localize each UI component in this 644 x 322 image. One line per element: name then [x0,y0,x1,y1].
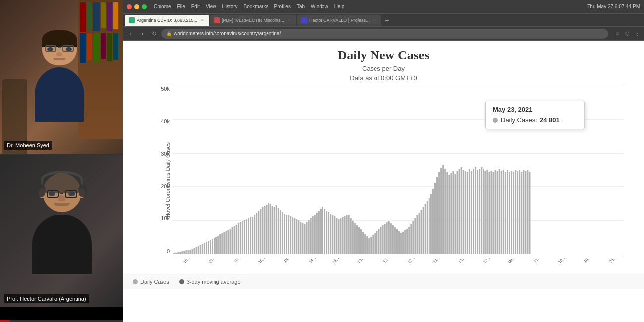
svg-rect-120 [402,232,404,254]
svg-rect-122 [406,229,408,254]
svg-rect-157 [477,170,478,254]
svg-rect-170 [503,170,504,254]
svg-rect-137 [436,177,438,254]
refresh-button[interactable]: ↻ [150,29,159,38]
star-icon[interactable]: ☆ [613,30,621,38]
legend-moving-avg: 3-day moving average [179,279,241,285]
x-axis-label: Jan 10, 2021 [477,258,496,263]
legend-dot-1 [133,279,138,284]
legend-label-1: Daily Cases [140,279,169,285]
svg-rect-156 [475,167,476,254]
svg-rect-147 [457,171,458,254]
svg-rect-121 [404,230,406,254]
profiles-menu-item[interactable]: Profiles [274,4,291,9]
tab-favicon-3 [301,17,307,23]
x-axis-label: Apr 15, 2020 [252,258,271,263]
chart-subtitle-1: Cases per Day [123,65,644,72]
traffic-lights [127,4,147,9]
close-window-button[interactable] [127,4,132,9]
svg-rect-56 [274,207,275,254]
svg-rect-15 [192,249,193,254]
svg-rect-161 [484,171,486,254]
forward-button[interactable]: › [138,29,147,38]
new-tab-button[interactable]: + [382,15,392,25]
window-menu-item[interactable]: Window [311,4,328,9]
svg-rect-98 [358,227,360,254]
svg-rect-153 [469,169,470,254]
svg-rect-85 [332,215,333,254]
svg-rect-104 [370,237,372,254]
svg-rect-88 [338,219,339,254]
browser-menu: Chrome File Edit View History Bookmarks … [154,4,344,9]
x-axis-label: May 25, 2021 [603,258,623,263]
svg-rect-173 [509,172,510,254]
bookmarks-menu-item[interactable]: Bookmarks [244,4,268,9]
svg-rect-133 [429,198,430,254]
maximize-window-button[interactable] [142,4,147,9]
svg-rect-13 [187,250,189,254]
clock-text: Thu May 27 6:07:44 PM [587,4,640,9]
tab-menu-item[interactable]: Tab [297,4,305,9]
svg-rect-143 [448,175,450,254]
svg-rect-86 [334,216,335,254]
svg-rect-115 [392,225,394,254]
y-tick-50k: 50k [161,86,170,92]
x-axis-label: May 15, 2020 [277,258,297,263]
svg-rect-131 [425,204,426,254]
svg-rect-65 [292,217,293,254]
x-axis-label: Feb 15, 2020 [177,258,197,263]
svg-rect-91 [344,216,346,254]
svg-rect-49 [260,209,261,254]
svg-rect-164 [490,171,492,254]
x-axis-label: Apr 10, 2021 [552,258,571,263]
tab-bar: Argentina COVID: 3,663,215... × [PDF] IV… [123,14,644,27]
tab-close-3[interactable]: × [372,17,377,23]
svg-rect-150 [463,170,464,254]
svg-rect-71 [304,224,305,254]
tab-hector[interactable]: Hector CARVALLO | Profess... × [297,15,381,26]
svg-rect-176 [515,170,516,254]
svg-rect-159 [481,167,482,254]
extension-icon[interactable]: ⬡ [623,30,631,38]
chrome-menu-item[interactable]: Chrome [154,4,171,9]
minimize-window-button[interactable] [134,4,139,9]
tab-close-2[interactable]: × [286,17,292,23]
svg-rect-183 [529,172,530,254]
svg-rect-16 [194,248,195,254]
svg-rect-124 [410,224,412,254]
svg-rect-31 [223,232,225,254]
history-menu-item[interactable]: History [222,4,237,9]
tab-label-1: Argentina COVID: 3,663,215... [137,18,197,23]
edit-menu-item[interactable]: Edit [191,4,200,9]
svg-rect-9 [179,252,181,254]
svg-rect-100 [362,232,364,254]
y-tick-0: 0 [167,248,170,254]
svg-rect-158 [479,169,480,254]
svg-rect-82 [326,211,327,254]
chart-title: Daily New Cases [123,41,644,63]
address-bar: ‹ › ↻ 🔒 worldometers.info/coronavirus/co… [123,27,644,41]
tab-argentina-covid[interactable]: Argentina COVID: 3,663,215... × [125,15,209,26]
view-menu-item[interactable]: View [206,4,216,9]
svg-rect-155 [473,169,474,254]
svg-rect-60 [282,212,283,254]
svg-rect-18 [198,246,199,254]
svg-rect-95 [352,221,354,254]
x-axis-label: May 10, 2021 [577,258,597,263]
svg-rect-26 [214,238,215,254]
help-menu-item[interactable]: Help [334,4,345,9]
toolbar-icons: ☆ ⬡ ⋮ [613,30,641,38]
svg-rect-36 [234,226,235,254]
url-bar[interactable]: 🔒 worldometers.info/coronavirus/country/… [161,29,608,39]
svg-rect-111 [384,224,386,254]
back-button[interactable]: ‹ [126,29,135,38]
svg-rect-57 [276,205,277,254]
tab-ivermectin[interactable]: [PDF] IVERMECTIN Miscoins... × [210,15,296,26]
svg-rect-84 [330,214,331,254]
file-menu-item[interactable]: File [177,4,185,9]
settings-icon[interactable]: ⋮ [633,30,641,38]
svg-rect-146 [454,174,456,254]
video-progress-bar[interactable] [0,320,123,322]
x-axis-label: Mar 01, 2020 [202,258,222,263]
tab-close-1[interactable]: × [199,17,205,23]
